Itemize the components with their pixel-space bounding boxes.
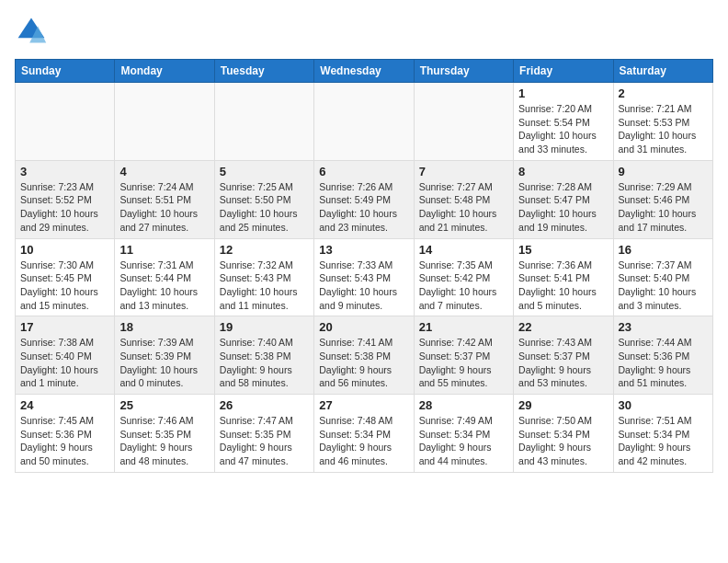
day-number: 3 [20,165,109,178]
weekday-header: Sunday [16,60,115,83]
calendar-cell: 5Sunrise: 7:25 AM Sunset: 5:50 PM Daylig… [214,160,313,238]
day-number: 1 [518,86,608,100]
day-info: Sunrise: 7:38 AM Sunset: 5:40 PM Dayligh… [20,336,109,390]
day-number: 18 [119,320,209,334]
day-info: Sunrise: 7:32 AM Sunset: 5:43 PM Dayligh… [220,259,309,313]
day-number: 14 [419,243,508,257]
calendar-header-row: SundayMondayTuesdayWednesdayThursdayFrid… [16,60,713,83]
calendar-cell [115,83,214,161]
weekday-header: Wednesday [314,60,414,83]
day-info: Sunrise: 7:46 AM Sunset: 5:35 PM Dayligh… [119,414,209,468]
calendar-cell: 23Sunrise: 7:44 AM Sunset: 5:36 PM Dayli… [613,316,712,395]
calendar-cell: 11Sunrise: 7:31 AM Sunset: 5:44 PM Dayli… [115,238,214,316]
day-number: 15 [518,243,608,257]
day-number: 11 [119,243,209,257]
day-info: Sunrise: 7:33 AM Sunset: 5:43 PM Dayligh… [319,259,408,313]
day-number: 21 [419,320,508,334]
day-number: 27 [319,398,408,412]
calendar-cell: 20Sunrise: 7:41 AM Sunset: 5:38 PM Dayli… [314,316,414,395]
calendar-week-row: 10Sunrise: 7:30 AM Sunset: 5:45 PM Dayli… [16,238,713,316]
day-info: Sunrise: 7:44 AM Sunset: 5:36 PM Dayligh… [619,336,708,390]
calendar-cell [314,83,414,161]
day-info: Sunrise: 7:24 AM Sunset: 5:51 PM Dayligh… [119,180,209,235]
calendar-cell: 28Sunrise: 7:49 AM Sunset: 5:34 PM Dayli… [414,395,513,473]
calendar-cell: 6Sunrise: 7:26 AM Sunset: 5:49 PM Daylig… [314,160,414,238]
calendar-cell: 22Sunrise: 7:43 AM Sunset: 5:37 PM Dayli… [514,316,613,395]
day-number: 6 [319,165,408,178]
page-header [15,15,713,48]
calendar-cell: 1Sunrise: 7:20 AM Sunset: 5:54 PM Daylig… [514,83,613,161]
weekday-header: Thursday [414,60,513,83]
day-info: Sunrise: 7:37 AM Sunset: 5:40 PM Dayligh… [619,259,708,313]
day-info: Sunrise: 7:41 AM Sunset: 5:38 PM Dayligh… [319,336,408,390]
day-number: 23 [619,320,708,334]
day-info: Sunrise: 7:43 AM Sunset: 5:37 PM Dayligh… [518,336,608,390]
calendar-cell [214,83,313,161]
day-number: 16 [619,243,708,257]
day-info: Sunrise: 7:27 AM Sunset: 5:48 PM Dayligh… [419,180,508,235]
day-number: 20 [319,320,408,334]
calendar-cell: 7Sunrise: 7:27 AM Sunset: 5:48 PM Daylig… [414,160,513,238]
day-number: 9 [619,165,708,178]
calendar-cell: 26Sunrise: 7:47 AM Sunset: 5:35 PM Dayli… [214,395,313,473]
calendar-cell: 15Sunrise: 7:36 AM Sunset: 5:41 PM Dayli… [514,238,613,316]
day-info: Sunrise: 7:47 AM Sunset: 5:35 PM Dayligh… [220,414,309,468]
calendar-cell: 29Sunrise: 7:50 AM Sunset: 5:34 PM Dayli… [514,395,613,473]
day-info: Sunrise: 7:31 AM Sunset: 5:44 PM Dayligh… [119,259,209,313]
day-info: Sunrise: 7:20 AM Sunset: 5:54 PM Dayligh… [518,102,608,156]
day-info: Sunrise: 7:49 AM Sunset: 5:34 PM Dayligh… [419,414,508,468]
day-info: Sunrise: 7:26 AM Sunset: 5:49 PM Dayligh… [319,180,408,235]
day-number: 5 [220,165,309,178]
calendar-cell: 9Sunrise: 7:29 AM Sunset: 5:46 PM Daylig… [613,160,712,238]
calendar-week-row: 3Sunrise: 7:23 AM Sunset: 5:52 PM Daylig… [16,160,713,238]
day-info: Sunrise: 7:39 AM Sunset: 5:39 PM Dayligh… [119,336,209,390]
calendar-cell: 30Sunrise: 7:51 AM Sunset: 5:34 PM Dayli… [613,395,712,473]
day-number: 7 [419,165,508,178]
day-number: 4 [119,165,209,178]
day-info: Sunrise: 7:36 AM Sunset: 5:41 PM Dayligh… [518,259,608,313]
day-info: Sunrise: 7:29 AM Sunset: 5:46 PM Dayligh… [619,180,708,235]
day-number: 8 [518,165,608,178]
calendar-cell: 14Sunrise: 7:35 AM Sunset: 5:42 PM Dayli… [414,238,513,316]
calendar-cell: 24Sunrise: 7:45 AM Sunset: 5:36 PM Dayli… [16,395,115,473]
day-number: 12 [220,243,309,257]
day-info: Sunrise: 7:28 AM Sunset: 5:47 PM Dayligh… [518,180,608,235]
calendar-cell: 4Sunrise: 7:24 AM Sunset: 5:51 PM Daylig… [115,160,214,238]
logo-icon [15,15,48,48]
day-info: Sunrise: 7:45 AM Sunset: 5:36 PM Dayligh… [20,414,109,468]
day-info: Sunrise: 7:51 AM Sunset: 5:34 PM Dayligh… [619,414,708,468]
calendar-cell: 10Sunrise: 7:30 AM Sunset: 5:45 PM Dayli… [16,238,115,316]
calendar-week-row: 1Sunrise: 7:20 AM Sunset: 5:54 PM Daylig… [16,83,713,161]
day-info: Sunrise: 7:48 AM Sunset: 5:34 PM Dayligh… [319,414,408,468]
day-number: 10 [20,243,109,257]
day-number: 22 [518,320,608,334]
calendar-cell: 27Sunrise: 7:48 AM Sunset: 5:34 PM Dayli… [314,395,414,473]
day-number: 30 [619,398,708,412]
day-number: 29 [518,398,608,412]
calendar-cell: 3Sunrise: 7:23 AM Sunset: 5:52 PM Daylig… [16,160,115,238]
day-info: Sunrise: 7:50 AM Sunset: 5:34 PM Dayligh… [518,414,608,468]
calendar-cell: 16Sunrise: 7:37 AM Sunset: 5:40 PM Dayli… [613,238,712,316]
calendar-table: SundayMondayTuesdayWednesdayThursdayFrid… [15,59,713,473]
day-number: 26 [220,398,309,412]
calendar-cell: 13Sunrise: 7:33 AM Sunset: 5:43 PM Dayli… [314,238,414,316]
calendar-week-row: 17Sunrise: 7:38 AM Sunset: 5:40 PM Dayli… [16,316,713,395]
calendar-cell [414,83,513,161]
day-info: Sunrise: 7:42 AM Sunset: 5:37 PM Dayligh… [419,336,508,390]
weekday-header: Friday [514,60,613,83]
day-number: 17 [20,320,109,334]
day-number: 24 [20,398,109,412]
calendar-cell: 25Sunrise: 7:46 AM Sunset: 5:35 PM Dayli… [115,395,214,473]
calendar-cell: 8Sunrise: 7:28 AM Sunset: 5:47 PM Daylig… [514,160,613,238]
day-info: Sunrise: 7:21 AM Sunset: 5:53 PM Dayligh… [619,102,708,156]
day-number: 2 [619,86,708,100]
day-info: Sunrise: 7:35 AM Sunset: 5:42 PM Dayligh… [419,259,508,313]
calendar-cell: 12Sunrise: 7:32 AM Sunset: 5:43 PM Dayli… [214,238,313,316]
day-info: Sunrise: 7:30 AM Sunset: 5:45 PM Dayligh… [20,259,109,313]
day-number: 19 [220,320,309,334]
calendar-cell [16,83,115,161]
logo [15,15,51,48]
day-number: 25 [119,398,209,412]
weekday-header: Monday [115,60,214,83]
day-number: 13 [319,243,408,257]
